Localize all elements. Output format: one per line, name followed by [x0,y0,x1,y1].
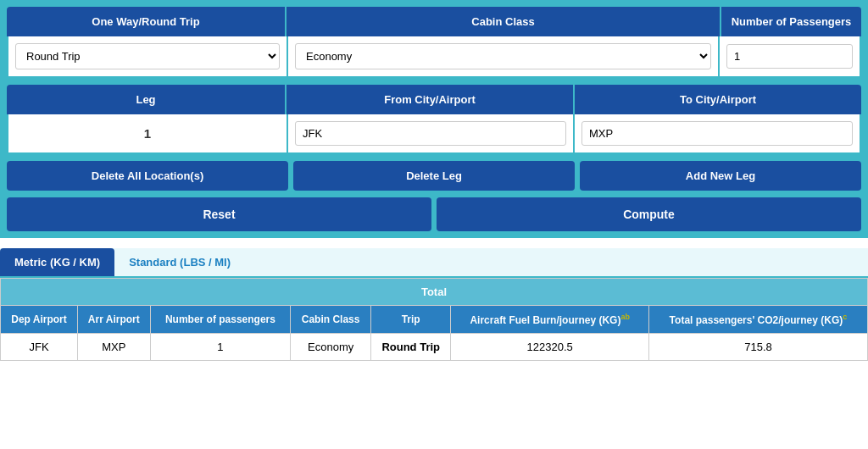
dep-col-header: Dep Airport [1,306,78,334]
from-input-cell [288,114,575,152]
reset-button[interactable]: Reset [7,197,431,231]
metric-tab-label: Metric [14,256,47,269]
from-airport-input[interactable] [295,121,566,146]
co2-sup: c [843,313,847,321]
metric-tab[interactable]: Metric (KG / KM) [0,248,114,276]
arr-airport-cell: MXP [78,334,151,361]
standard-tab-unit: (LBS / MI) [180,256,231,269]
to-header-label: To City/Airport [680,93,756,106]
cabin-header: Cabin Class [287,7,721,36]
trip-header-label: One Way/Round Trip [92,15,199,28]
to-col-header: To City/Airport [575,85,861,114]
cabin-header-label: Cabin Class [471,15,534,28]
from-header-label: From City/Airport [384,93,476,106]
trip-select-cell: Round Trip One Way Multi-City [8,36,288,76]
arr-col-header: Arr Airport [78,306,151,334]
from-col-header: From City/Airport [287,85,575,114]
leg-section: Leg From City/Airport To City/Airport 1 [7,85,861,154]
column-headers: One Way/Round Trip Cabin Class Number of… [7,7,861,36]
passengers-input[interactable] [726,44,853,69]
standard-tab-label: Standard [129,256,176,269]
cabin-select-cell: Economy Premium Economy Business First [288,36,720,76]
cabin-select[interactable]: Economy Premium Economy Business First [295,43,711,69]
delete-leg-button[interactable]: Delete Leg [293,161,575,191]
passengers-input-cell [720,36,860,76]
metric-tab-unit: (KG / KM) [50,256,100,269]
fuel-col-header: Aircraft Fuel Burn/journey (KG)ab [451,306,648,334]
leg-header-label: Leg [136,93,155,106]
standard-tab[interactable]: Standard (LBS / MI) [114,248,245,276]
compute-button[interactable]: Compute [437,197,861,231]
fuel-col-label: Aircraft Fuel Burn/journey (KG) [470,314,620,326]
leg-col-header: Leg [7,85,287,114]
passengers-header: Number of Passengers [721,7,861,36]
trip-header: One Way/Round Trip [7,7,287,36]
to-input-cell [575,114,860,152]
results-section: Metric (KG / KM) Standard (LBS / MI) Tot… [0,248,868,368]
top-inputs: Round Trip One Way Multi-City Economy Pr… [7,36,861,78]
leg-headers: Leg From City/Airport To City/Airport [7,85,861,114]
co2-col-header: Total passengers' CO2/journey (KG)c [648,306,867,334]
action-buttons: Delete All Location(s) Delete Leg Add Ne… [7,161,861,191]
co2-col-label: Total passengers' CO2/journey (KG) [670,314,843,326]
num-passengers-cell: 1 [150,334,291,361]
dep-airport-cell: JFK [1,334,78,361]
cabin-class-cell: Economy [291,334,371,361]
cabin-col-header: Cabin Class [291,306,371,334]
num-passengers-col-header: Number of passengers [150,306,291,334]
total-header: Total [1,279,868,306]
add-leg-button[interactable]: Add New Leg [580,161,861,191]
trip-col-header: Trip [370,306,451,334]
leg-number: 1 [8,114,288,152]
compute-buttons: Reset Compute [7,197,861,231]
to-airport-input[interactable] [581,121,853,146]
fuel-sup: ab [620,313,630,321]
leg-inputs: 1 [7,114,861,154]
delete-all-button[interactable]: Delete All Location(s) [7,161,288,191]
results-table: Total Dep Airport Arr Airport Number of … [0,278,868,361]
co2-cell: 715.8 [648,334,867,361]
table-row: JFK MXP 1 Economy Round Trip 122320.5 71… [1,334,868,361]
unit-tabs: Metric (KG / KM) Standard (LBS / MI) [0,248,868,278]
passengers-header-label: Number of Passengers [732,15,852,28]
leg-number-label: 1 [144,126,151,141]
trip-type-cell: Round Trip [370,334,451,361]
trip-select[interactable]: Round Trip One Way Multi-City [15,43,280,69]
fuel-burn-cell: 122320.5 [451,334,648,361]
